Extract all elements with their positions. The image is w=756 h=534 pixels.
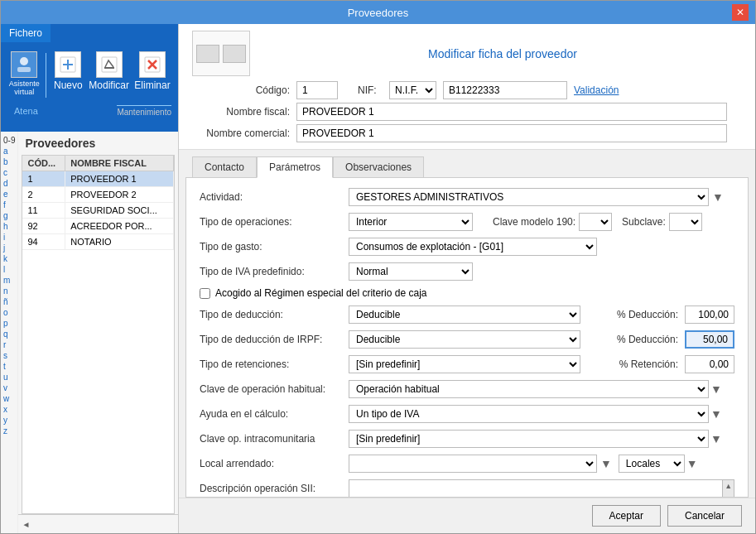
actividad-select[interactable]: GESTORES ADMINISTRATIVOS: [349, 188, 709, 206]
toolbar-nuevo[interactable]: Nuevo: [51, 50, 84, 93]
letter-y[interactable]: y: [1, 415, 17, 426]
deduccion-irpf-layout: Deducible No deducible % Deducción:: [349, 330, 734, 349]
clave-habitual-arrow[interactable]: ▼: [710, 382, 722, 396]
clave-habitual-select[interactable]: Operación habitual: [349, 380, 709, 398]
letter-u[interactable]: u: [1, 372, 17, 382]
tipo-iva-select[interactable]: Normal Reducido Superreducido: [349, 262, 473, 281]
letter-x[interactable]: x: [1, 404, 17, 415]
letter-q[interactable]: q: [1, 329, 17, 339]
close-button[interactable]: ✕: [732, 4, 749, 21]
clave-intracomunitaria-select[interactable]: [Sin predefinir]: [349, 430, 709, 448]
tipo-deduccion-select[interactable]: Deducible No deducible: [349, 305, 580, 324]
tab-content-parametros: Actividad: GESTORES ADMINISTRATIVOS ▼ Ti…: [185, 177, 749, 498]
svg-rect-5: [102, 57, 117, 72]
clave-intracomunitaria-arrow[interactable]: ▼: [710, 432, 722, 445]
ayuda-calculo-arrow[interactable]: ▼: [710, 407, 722, 421]
letter-b[interactable]: b: [1, 156, 17, 167]
letter-n[interactable]: n: [1, 286, 17, 296]
table-row[interactable]: 94 NOTARIO: [22, 234, 173, 250]
letter-w[interactable]: w: [1, 393, 17, 404]
letter-v[interactable]: v: [1, 382, 17, 393]
cancelar-button[interactable]: Cancelar: [667, 505, 742, 527]
nif-type-select[interactable]: N.I.F. C.I.F. N.I.E.: [389, 81, 436, 99]
letter-e[interactable]: e: [1, 189, 17, 200]
scroll-left-indicator[interactable]: ◄: [22, 520, 30, 529]
letter-f[interactable]: f: [1, 200, 17, 210]
letter-c[interactable]: c: [1, 167, 17, 178]
acogido-checkbox[interactable]: [200, 288, 210, 299]
retenciones-left: [Sin predefinir]: [349, 355, 606, 373]
tipo-deduccion-label: Tipo de deducción:: [200, 309, 349, 320]
descripcion-sii-row: Descripción operación SII: ▲ ▼: [200, 479, 734, 498]
locales-arrow[interactable]: ▼: [686, 457, 698, 470]
pct-deduccion-input[interactable]: [685, 305, 734, 324]
tab-parametros[interactable]: Parámetros: [257, 156, 333, 178]
letter-m[interactable]: m: [1, 275, 17, 286]
retenciones-right: % Retención:: [619, 355, 734, 373]
letter-09[interactable]: 0-9: [1, 135, 17, 146]
scroll-up-arrow[interactable]: ▲: [723, 482, 734, 490]
eliminar-icon: [139, 51, 166, 78]
pct-deduccion-irpf-input[interactable]: [685, 330, 734, 349]
col-nombre: NOMBRE FISCAL: [65, 156, 174, 171]
table-row[interactable]: 2 PROVEEDOR 2: [22, 187, 173, 203]
tipo-operaciones-select[interactable]: Interior Exterior: [349, 213, 473, 231]
subclave-select[interactable]: [669, 213, 702, 231]
toolbar-eliminar[interactable]: Eliminar: [133, 50, 171, 93]
nombre-comercial-input[interactable]: [296, 124, 727, 142]
letter-a[interactable]: a: [1, 146, 17, 156]
tipo-retenciones-select[interactable]: [Sin predefinir]: [349, 355, 580, 373]
clave-habitual-row: Clave de operación habitual: Operación h…: [200, 380, 734, 398]
letter-r[interactable]: r: [1, 339, 17, 350]
aceptar-button[interactable]: Aceptar: [592, 505, 661, 527]
toolbar-asistente[interactable]: Asistentevirtual: [7, 50, 41, 98]
nombre-fiscal-row: Nombre fiscal:: [199, 103, 735, 121]
actividad-row: Actividad: GESTORES ADMINISTRATIVOS ▼: [200, 188, 734, 206]
letter-ñ[interactable]: ñ: [1, 296, 17, 307]
table-row[interactable]: 92 ACREEDOR POR...: [22, 219, 173, 234]
letter-z[interactable]: z: [1, 426, 17, 436]
nif-input[interactable]: [443, 81, 567, 99]
main-window: Proveedores ✕ Fichero Asistentevirtual: [0, 0, 756, 534]
local-arrow[interactable]: ▼: [600, 457, 612, 470]
tab-contacto[interactable]: Contacto: [192, 156, 257, 177]
letter-l[interactable]: l: [1, 264, 17, 275]
local-arrendado-select[interactable]: [349, 455, 597, 473]
letter-o[interactable]: o: [1, 307, 17, 318]
letter-k[interactable]: k: [1, 253, 17, 264]
fichero-tab[interactable]: Fichero: [1, 24, 51, 43]
toolbar-modificar[interactable]: Modificar: [88, 50, 130, 93]
letter-p[interactable]: p: [1, 318, 17, 329]
letter-g[interactable]: g: [1, 210, 17, 221]
asistente-label: Asistentevirtual: [9, 79, 40, 96]
validacion-link[interactable]: Validación: [574, 84, 619, 96]
nombre-fiscal-input[interactable]: [296, 103, 727, 121]
clave-modelo-select[interactable]: [579, 213, 612, 231]
locales-select[interactable]: Locales: [619, 455, 685, 473]
letter-d[interactable]: d: [1, 178, 17, 189]
form-fields: Código: NIF: N.I.F. C.I.F. N.I.E. Valida…: [192, 81, 742, 142]
tipo-deduccion-irpf-select[interactable]: Deducible No deducible: [349, 330, 580, 349]
sidebar: Fichero Asistentevirtual: [1, 24, 179, 533]
tipo-iva-label: Tipo de IVA predefinido:: [200, 266, 349, 277]
letter-s[interactable]: s: [1, 350, 17, 361]
ayuda-calculo-select[interactable]: Un tipo de IVA: [349, 405, 709, 423]
tab-observaciones[interactable]: Observaciones: [333, 156, 424, 177]
letter-t[interactable]: t: [1, 361, 17, 372]
pct-retencion-input[interactable]: [685, 355, 734, 373]
tipo-iva-row: Tipo de IVA predefinido: Normal Reducido…: [200, 262, 734, 281]
table-row[interactable]: 1 PROVEEDOR 1: [22, 171, 173, 187]
table-row[interactable]: 11 SEGURIDAD SOCI...: [22, 203, 173, 219]
mantenimiento-label: Mantenimiento: [117, 105, 171, 117]
modificar-icon: [96, 51, 123, 78]
actividad-dropdown-arrow[interactable]: ▼: [712, 190, 724, 204]
letter-j[interactable]: j: [1, 243, 17, 253]
window-title: Proveedores: [24, 7, 732, 19]
tipo-deduccion-irpf-label: Tipo de deducción de IRPF:: [200, 334, 349, 345]
deduccion-right: % Deducción:: [617, 305, 734, 324]
codigo-input[interactable]: [296, 81, 338, 99]
letter-i[interactable]: i: [1, 232, 17, 243]
tipo-gasto-select[interactable]: Consumos de explotación - [G01]: [349, 238, 597, 256]
letter-h[interactable]: h: [1, 221, 17, 232]
descripcion-sii-textarea[interactable]: [349, 479, 723, 498]
